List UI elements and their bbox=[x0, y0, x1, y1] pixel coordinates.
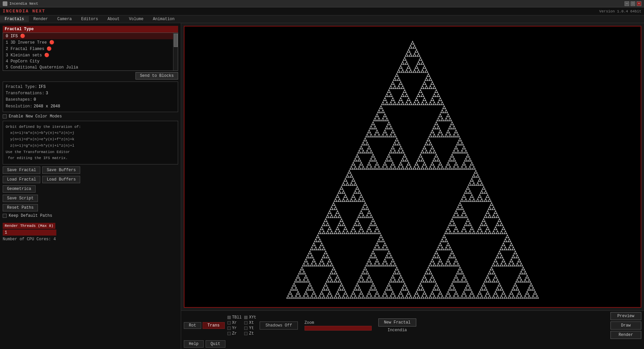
load-buttons: Load Fractal Load Buffers bbox=[3, 176, 178, 183]
fractal-type-header: Fractal Type bbox=[3, 26, 178, 33]
yt-checkbox[interactable] bbox=[244, 327, 248, 330]
load-fractal-button[interactable]: Load Fractal bbox=[3, 176, 40, 183]
trans-tab[interactable]: Trans bbox=[203, 322, 225, 329]
fractal-item-5[interactable]: 5 Conditional Quaternion Julia bbox=[3, 64, 173, 70]
content-area: Fractal Type 0 IFS 🔴 1 3D Inverse Tree 🔴… bbox=[0, 23, 644, 349]
title-bar: Incendia Next — □ ✕ bbox=[0, 0, 644, 7]
save-script-button[interactable]: Save Script bbox=[3, 195, 38, 202]
action-buttons: Preview Draw Render bbox=[610, 312, 641, 339]
keep-paths-row: Keep Default Paths bbox=[3, 213, 178, 218]
resolution-label: Resolution: bbox=[6, 103, 32, 110]
left-panel: Fractal Type 0 IFS 🔴 1 3D Inverse Tree 🔴… bbox=[0, 23, 181, 349]
transformations-label: Transformations: bbox=[6, 90, 44, 97]
baseshapes-label: Baseshapes: bbox=[6, 97, 32, 103]
window-title: Incendia Next bbox=[9, 2, 38, 6]
bottom-controls: TBll XYt Xr bbox=[227, 315, 257, 336]
zoom-bar[interactable] bbox=[305, 326, 372, 331]
transformations-value: 3 bbox=[46, 90, 48, 97]
matrix-row-xt: Xt bbox=[244, 320, 257, 325]
fractal-type-label: Fractal Type: bbox=[6, 84, 37, 90]
save-buffers-button[interactable]: Save Buffers bbox=[42, 166, 80, 174]
render-threads-box: Render Threads (Max 8) 1 Number of CPU C… bbox=[3, 223, 178, 242]
window-controls[interactable]: — □ ✕ bbox=[625, 1, 641, 6]
orbit-text: Orbit defined by the iteration of: x(n+1… bbox=[6, 124, 175, 161]
send-to-blocks-button[interactable]: Send to Blocks bbox=[136, 72, 178, 80]
menu-volume[interactable]: Volume bbox=[124, 16, 148, 22]
baseshapes-value: 0 bbox=[34, 97, 36, 103]
color-mode-row: Enable New Color Modes bbox=[3, 114, 178, 119]
fractal-scrollbar[interactable] bbox=[173, 33, 178, 70]
xr-label: Xr bbox=[232, 320, 240, 325]
draw-button[interactable]: Draw bbox=[610, 321, 641, 330]
minimize-button[interactable]: — bbox=[625, 1, 629, 6]
app-header: INCENDIA NEXT Version 1.0.4 64bit bbox=[0, 7, 644, 15]
geometrica-row: Geometrica bbox=[3, 185, 178, 193]
rot-tab[interactable]: Rot bbox=[184, 322, 201, 329]
menu-camera[interactable]: Camera bbox=[53, 16, 76, 22]
save-fractal-button[interactable]: Save Fractal bbox=[3, 166, 40, 174]
render-threads-input[interactable]: 1 bbox=[3, 230, 56, 236]
app-container: INCENDIA NEXT Version 1.0.4 64bit Fracta… bbox=[0, 7, 644, 349]
menu-animation[interactable]: Animation bbox=[148, 16, 179, 22]
incendia-label: Incendia bbox=[387, 328, 407, 333]
zoom-section: Zoom bbox=[305, 320, 372, 331]
app-icon bbox=[3, 1, 7, 6]
matrix-row-yr: Yr bbox=[227, 326, 242, 331]
quit-button[interactable]: Quit bbox=[206, 340, 225, 348]
zr-checkbox[interactable] bbox=[227, 332, 231, 335]
zt-checkbox[interactable] bbox=[244, 332, 248, 335]
yr-label: Yr bbox=[232, 326, 240, 331]
fractal-item-2[interactable]: 2 Fractal Flames 🔴 bbox=[3, 46, 173, 52]
close-button[interactable]: ✕ bbox=[637, 1, 641, 6]
menu-bar: Fractals Render Camera Editors About Vol… bbox=[0, 15, 644, 23]
tbll-checkbox[interactable] bbox=[227, 316, 231, 319]
tbll-label: TBll bbox=[232, 315, 242, 320]
save-load-buttons: Save Fractal Save Buffers bbox=[3, 166, 178, 174]
keep-default-paths-checkbox[interactable] bbox=[3, 214, 7, 218]
new-fractal-button[interactable]: New Fractal bbox=[378, 318, 416, 327]
fractal-type-value: IFS bbox=[39, 84, 46, 90]
menu-about[interactable]: About bbox=[103, 16, 124, 22]
help-button[interactable]: Help bbox=[184, 340, 204, 348]
shadows-off-button[interactable]: Shadows Off bbox=[260, 321, 298, 330]
fractal-item-4[interactable]: 4 PopCorn City bbox=[3, 58, 173, 64]
fractal-item-1[interactable]: 1 3D Inverse Tree 🔴 bbox=[3, 39, 173, 46]
zoom-label: Zoom bbox=[305, 320, 372, 325]
orbit-box: Orbit defined by the iteration of: x(n+1… bbox=[3, 121, 178, 164]
xt-checkbox[interactable] bbox=[244, 321, 248, 325]
render-button[interactable]: Render bbox=[610, 331, 641, 339]
fractal-list: 0 IFS 🔴 1 3D Inverse Tree 🔴 2 Fractal Fl… bbox=[3, 33, 173, 70]
fractal-scroll-thumb[interactable] bbox=[174, 34, 178, 47]
fractal-item-3[interactable]: 3 Kleinian sets 🔴 bbox=[3, 52, 173, 58]
xyt-checkbox[interactable] bbox=[244, 316, 248, 319]
maximize-button[interactable]: □ bbox=[631, 1, 635, 6]
paths-row: Reset Paths bbox=[3, 204, 178, 211]
preview-button[interactable]: Preview bbox=[610, 312, 641, 320]
matrix-row-tbll: TBll bbox=[227, 315, 242, 320]
render-threads-label: Render Threads (Max 8) bbox=[3, 223, 55, 229]
color-mode-checkbox[interactable] bbox=[3, 114, 7, 118]
bottom-top-row: Rot Trans TBll XYt bbox=[184, 312, 641, 339]
cpu-cores-text: Number of CPU Cores: 4 bbox=[3, 237, 178, 242]
resolution-value: 2048 x 2048 bbox=[34, 103, 60, 110]
menu-render[interactable]: Render bbox=[29, 16, 53, 22]
app-version: Version 1.0.4 64bit bbox=[599, 9, 641, 13]
yr-checkbox[interactable] bbox=[227, 327, 231, 330]
menu-fractals[interactable]: Fractals bbox=[0, 16, 29, 22]
title-bar-left: Incendia Next bbox=[3, 1, 38, 6]
yt-label: Yt bbox=[249, 326, 257, 331]
xr-checkbox[interactable] bbox=[227, 321, 231, 325]
menu-editors[interactable]: Editors bbox=[76, 16, 103, 22]
bottom-panel: Rot Trans TBll XYt bbox=[181, 310, 644, 349]
matrix-row-zt: Zt bbox=[244, 331, 257, 336]
reset-paths-button[interactable]: Reset Paths bbox=[3, 204, 38, 211]
fractal-preview bbox=[184, 26, 641, 308]
color-mode-label: Enable New Color Modes bbox=[9, 114, 62, 119]
bottom-right-controls: Shadows Off Zoom New Fractal Incendia bbox=[260, 318, 607, 333]
load-buffers-button[interactable]: Load Buffers bbox=[42, 176, 80, 183]
fractal-item-0[interactable]: 0 IFS 🔴 bbox=[3, 33, 173, 39]
app-title: INCENDIA NEXT bbox=[3, 9, 45, 14]
script-row: Save Script bbox=[3, 195, 178, 202]
matrix-row-xyt: XYt bbox=[244, 315, 257, 320]
geometrica-button[interactable]: Geometrica bbox=[3, 185, 36, 193]
